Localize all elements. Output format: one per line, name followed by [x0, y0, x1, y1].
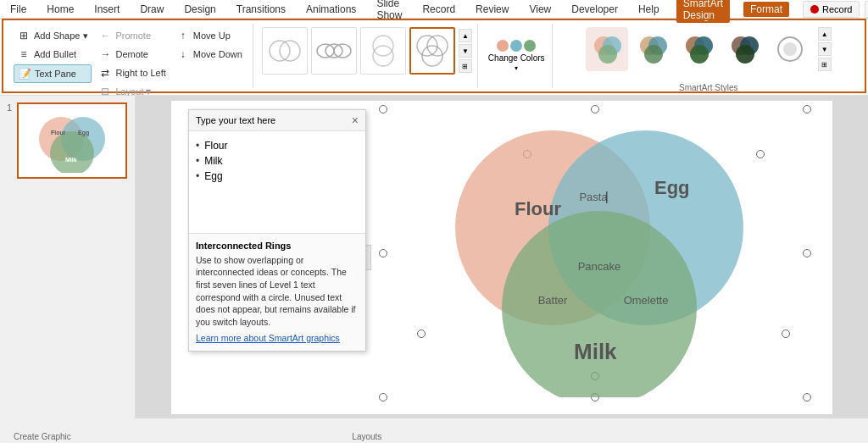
styles-scroll-more[interactable]: ⊞	[818, 58, 832, 71]
menu-help[interactable]: Help	[635, 2, 663, 17]
create-graphic-group: ⊞ Add Shape ▾ ≡ Add Bullet 📝 Text Pane ←…	[7, 24, 253, 88]
text-item-flour: • Flour	[196, 138, 359, 153]
bullet-icon-2: •	[196, 155, 199, 167]
menu-animations[interactable]: Animations	[303, 2, 359, 17]
styles-scroll-up[interactable]: ▲	[818, 27, 832, 41]
batter-label: Batter	[538, 294, 568, 307]
pasta-label: Pasta	[579, 191, 608, 203]
layouts-scroll-more[interactable]: ⊞	[459, 59, 472, 73]
menu-design[interactable]: Design	[181, 2, 219, 17]
text-item-label-2[interactable]: Milk	[204, 155, 222, 167]
layout-item-3[interactable]	[360, 27, 406, 75]
flour-label: Flour	[515, 198, 561, 219]
style-item-2[interactable]	[632, 27, 674, 71]
pancake-label: Pancake	[578, 260, 621, 273]
menu-format[interactable]: Format	[743, 2, 789, 17]
learn-more-link[interactable]: Learn more about SmartArt graphics	[196, 333, 340, 343]
layouts-scroll-up[interactable]: ▲	[459, 29, 472, 42]
text-panel-info: Interconnected Rings Use to show overlap…	[189, 233, 365, 351]
cursor-indicator: |	[605, 190, 609, 203]
menu-view[interactable]: View	[526, 2, 554, 17]
style-item-1[interactable]	[586, 27, 628, 71]
add-bullet-button[interactable]: ≡ Add Bullet	[14, 46, 92, 63]
menu-insert[interactable]: Insert	[91, 2, 123, 17]
slide-number: 1	[7, 102, 12, 113]
info-text: Use to show overlapping or interconnecte…	[196, 254, 359, 329]
main-area: 1 Flour Egg Milk Type your text here	[0, 96, 868, 418]
smartart-styles-label: SmartArt Styles	[679, 83, 737, 92]
svg-point-21	[736, 45, 754, 64]
text-panel: Type your text here × • Flour • Milk • E…	[188, 109, 366, 352]
style-item-3[interactable]	[677, 27, 720, 71]
pre-button[interactable]: Pre...	[865, 1, 868, 18]
text-item-label-3[interactable]: Egg	[204, 170, 222, 182]
right-to-left-icon: ⇄	[98, 66, 112, 80]
layouts-row: ▲ ▼ ⊞	[262, 27, 472, 88]
menu-record[interactable]: Record	[419, 2, 459, 17]
move-down-button[interactable]: ↓ Move Down	[173, 46, 246, 63]
text-panel-content: • Flour • Milk • Egg	[189, 131, 365, 233]
record-label: Record	[822, 4, 852, 14]
menu-home[interactable]: Home	[43, 2, 77, 17]
egg-label: Egg	[654, 177, 690, 198]
text-pane-button[interactable]: 📝 Text Pane	[14, 64, 92, 83]
layout-item-4[interactable]	[409, 27, 455, 75]
add-shape-button[interactable]: ⊞ Add Shape ▾	[14, 27, 92, 44]
text-item-milk: • Milk	[196, 153, 359, 169]
svg-text:Flour: Flour	[51, 130, 66, 136]
text-panel-close-button[interactable]: ×	[352, 114, 359, 127]
info-title: Interconnected Rings	[196, 241, 359, 251]
change-colors-label: Change Colors	[488, 53, 545, 63]
record-icon	[810, 5, 819, 14]
svg-point-18	[690, 45, 709, 64]
style-item-4[interactable]	[723, 27, 765, 71]
text-panel-header: Type your text here ×	[189, 110, 365, 131]
menu-file[interactable]: File	[7, 2, 30, 17]
slide-canvas: Type your text here × • Flour • Milk • E…	[171, 101, 832, 414]
styles-row: ▲ ▼ ⊞	[586, 27, 832, 85]
menu-transitions[interactable]: Transitions	[233, 2, 289, 17]
change-colors-button[interactable]: Change Colors ▾	[481, 24, 553, 88]
style-item-5[interactable]	[769, 27, 811, 71]
venn-svg: Flour Egg Milk Pasta Pancake Batter Omel…	[383, 109, 807, 397]
right-to-left-button[interactable]: ⇄ Right to Left	[95, 64, 169, 81]
text-pane-icon: 📝	[18, 67, 31, 80]
svg-text:Milk: Milk	[65, 157, 77, 163]
styles-scroll-down[interactable]: ▼	[818, 42, 832, 56]
text-item-label[interactable]: Flour	[204, 140, 227, 152]
text-panel-title: Type your text here	[196, 115, 275, 125]
menu-review[interactable]: Review	[472, 2, 512, 17]
ribbon-content: ⊞ Add Shape ▾ ≡ Add Bullet 📝 Text Pane ←…	[2, 19, 866, 93]
menu-developer[interactable]: Developer	[568, 2, 621, 17]
layout-item-2[interactable]	[311, 27, 357, 75]
demote-icon: →	[98, 47, 112, 61]
milk-label: Milk	[574, 339, 617, 364]
add-bullet-icon: ≡	[17, 47, 31, 61]
text-item-egg: • Egg	[196, 169, 359, 184]
slide-panel: 1 Flour Egg Milk	[0, 96, 136, 418]
layouts-scroll-down[interactable]: ▼	[459, 44, 472, 58]
layout-item-1[interactable]	[262, 27, 308, 75]
omelette-label: Omelette	[624, 294, 669, 307]
ribbon: ⊞ Add Shape ▾ ≡ Add Bullet 📝 Text Pane ←…	[0, 19, 868, 96]
smartart-styles-group: ▲ ▼ ⊞ SmartArt Styles	[556, 24, 861, 88]
move-down-icon: ↓	[176, 47, 190, 61]
record-button[interactable]: Record	[803, 1, 860, 18]
slide-thumbnail[interactable]: Flour Egg Milk	[17, 102, 127, 179]
demote-button[interactable]: → Demote	[95, 46, 169, 63]
svg-point-15	[644, 45, 663, 64]
svg-point-23	[783, 42, 797, 56]
canvas-area: Type your text here × • Flour • Milk • E…	[136, 96, 868, 418]
svg-text:Egg: Egg	[78, 130, 89, 136]
promote-button[interactable]: ← Promote	[95, 27, 169, 44]
move-up-button[interactable]: ↑ Move Up	[173, 27, 246, 44]
svg-point-12	[598, 45, 617, 64]
promote-icon: ←	[98, 29, 112, 42]
menu-bar: File Home Insert Draw Design Transitions…	[0, 0, 868, 19]
color-preview	[497, 40, 536, 52]
layouts-group: ▲ ▼ ⊞ Layouts	[257, 24, 478, 88]
move-up-icon: ↑	[176, 29, 190, 42]
bullet-icon: •	[196, 140, 199, 152]
menu-draw[interactable]: Draw	[136, 2, 167, 17]
bullet-icon-3: •	[196, 170, 199, 182]
